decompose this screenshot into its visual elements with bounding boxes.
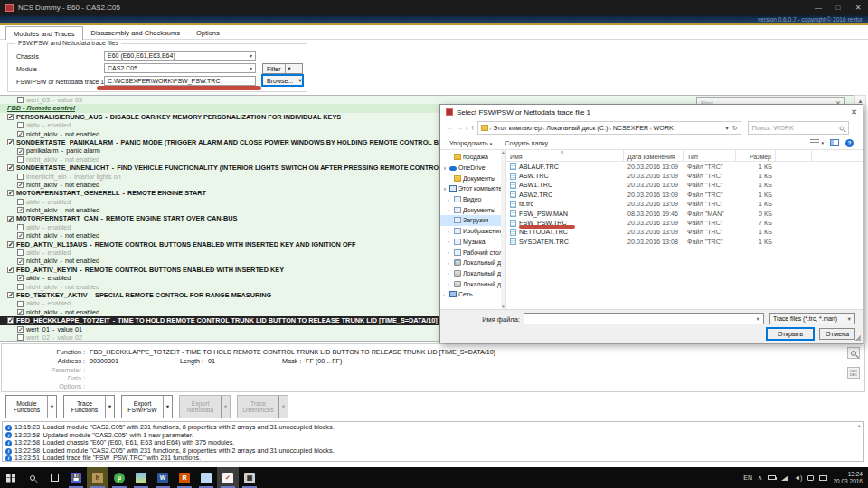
up-icon[interactable]: ↑ — [471, 124, 475, 132]
checkbox[interactable] — [7, 114, 14, 120]
battery-icon[interactable] — [768, 475, 776, 480]
hex-dec-toggle-button[interactable]: HEXDEC — [847, 367, 860, 379]
checkbox[interactable] — [17, 97, 24, 103]
checkbox[interactable] — [17, 224, 24, 230]
refresh-icon[interactable]: ↻ — [732, 125, 738, 132]
open-button[interactable]: Открыть — [767, 328, 814, 340]
close-button[interactable]: ✕ — [848, 0, 868, 15]
minimize-button[interactable]: — — [808, 0, 828, 15]
tab-modules-and-traces[interactable]: Modules and Traces — [5, 26, 83, 40]
view-options-button[interactable]: ▾ — [810, 139, 824, 146]
file-row[interactable]: NETTODAT.TRC20.03.2016 13:09Файл "TRC"1 … — [506, 228, 863, 237]
keyboard-icon[interactable] — [819, 475, 827, 481]
forward-icon[interactable]: → — [456, 124, 463, 132]
checkbox[interactable] — [17, 174, 24, 180]
checkbox[interactable] — [17, 326, 24, 333]
file-row[interactable]: SYSDATEN.TRC20.03.2016 13:08Файл "TRC"1 … — [506, 237, 863, 246]
sidebar-item-документы[interactable]: ›Документы — [440, 204, 505, 215]
help-icon[interactable]: ? — [845, 139, 854, 147]
breadcrumb-item[interactable]: Локальный диск (C:) — [546, 124, 608, 132]
sidebar-item-рабочий-стол[interactable]: ›Рабочий стол — [440, 247, 505, 258]
recent-folders-icon[interactable]: ▾ — [466, 126, 468, 131]
checkbox[interactable] — [7, 216, 14, 222]
filter-button[interactable]: Filter ▼ — [262, 63, 303, 74]
sidebar-item-музыка[interactable]: ›Музыка — [440, 237, 505, 248]
chevron-down-icon[interactable]: ▼ — [47, 396, 56, 418]
preview-pane-icon[interactable] — [830, 139, 839, 146]
tab-options[interactable]: Options — [188, 25, 228, 39]
checkbox[interactable] — [17, 258, 24, 265]
sidebar-item-этот-компьютер[interactable]: ∨Этот компьютер — [440, 183, 505, 194]
chevron-down-icon[interactable]: ▼ — [105, 396, 114, 418]
checkbox[interactable] — [17, 301, 24, 307]
breadcrumb[interactable]: › Этот компьютер › Локальный диск (C:) ›… — [477, 121, 741, 135]
checkbox[interactable] — [17, 249, 24, 256]
checkbox[interactable] — [17, 148, 24, 155]
checkbox[interactable] — [7, 190, 14, 196]
column-header-name[interactable]: Имя∧ — [506, 150, 624, 161]
scroll-up-icon[interactable]: ▲ — [857, 423, 862, 428]
trace-file-input[interactable]: C:\NCSEXPER\WORK\FSW_PSW.TRC — [104, 76, 256, 86]
file-row[interactable]: FSW_PSW.TRC20.03.2016 13:09Файл "TRC"7 К… — [506, 218, 863, 227]
tab-disassembly-and-checksums[interactable]: Disassembly and Checksums — [83, 25, 188, 39]
checkbox[interactable] — [7, 292, 14, 298]
expander-icon[interactable]: › — [443, 292, 449, 297]
sidebar-item-продажа[interactable]: продажа — [440, 152, 505, 163]
floppy-app-icon[interactable]: 💾 — [65, 467, 87, 488]
sidebar-item-локальный-дис[interactable]: ›Локальный дис — [440, 268, 505, 279]
sidebar-item-изображения[interactable]: ›Изображения — [440, 226, 505, 237]
expander-icon[interactable]: › — [448, 270, 454, 276]
volume-icon[interactable]: ◄) — [794, 474, 802, 481]
breadcrumb-item[interactable]: WORK — [654, 124, 674, 132]
breadcrumb-item[interactable]: Этот компьютер — [493, 124, 542, 132]
notes-app-icon[interactable] — [195, 467, 217, 488]
file-row[interactable]: ASW.TRC20.03.2016 13:09Файл "TRC"1 КБ — [506, 171, 863, 180]
filetype-select[interactable]: Trace files (*.trc, *.man) ▼ — [769, 313, 855, 324]
column-header-type[interactable]: Тип — [684, 150, 736, 161]
expander-icon[interactable]: › — [448, 260, 454, 266]
expander-icon[interactable]: ∨ — [443, 186, 449, 192]
expander-icon[interactable]: › — [448, 207, 454, 212]
back-icon[interactable]: ← — [446, 124, 453, 132]
sidebar-item-документы[interactable]: Документы — [440, 173, 505, 183]
expander-icon[interactable]: › — [448, 218, 454, 223]
chevron-down-icon[interactable]: ▼ — [285, 64, 294, 73]
expander-icon[interactable]: › — [448, 281, 454, 286]
sidebar-item-локальный-дис[interactable]: ›Локальный дис — [440, 258, 505, 268]
checkmark-app-icon[interactable]: ✓ — [217, 467, 239, 488]
chevron-down-icon[interactable]: ▼ — [297, 76, 302, 85]
language-indicator[interactable]: EN — [743, 474, 752, 481]
resize-grip[interactable] — [855, 335, 861, 341]
chevron-down-icon[interactable]: ▾ — [725, 125, 729, 132]
file-row[interactable]: ASW2.TRC20.03.2016 13:09Файл "TRC"1 КБ — [506, 190, 863, 199]
checkbox[interactable] — [17, 232, 24, 239]
calculator-app-icon[interactable]: ▦ — [239, 467, 260, 488]
ncs-dummy-app-icon[interactable]: h — [87, 467, 108, 488]
checkbox[interactable] — [7, 164, 14, 171]
file-row[interactable]: ASW1.TRC20.03.2016 13:09Файл "TRC"1 КБ — [506, 181, 863, 190]
checkbox[interactable] — [7, 317, 14, 324]
checkbox[interactable] — [17, 122, 24, 128]
column-header-date[interactable]: Дата изменения — [624, 150, 684, 161]
chevron-down-icon[interactable]: ▼ — [163, 396, 172, 418]
checkbox[interactable] — [17, 131, 24, 137]
expander-icon[interactable]: › — [448, 229, 454, 234]
expander-icon[interactable]: › — [448, 239, 454, 244]
expander-icon[interactable]: ∨ — [443, 165, 449, 171]
close-icon[interactable]: ✕ — [851, 108, 857, 117]
module-select[interactable]: CAS2.C05 ▾ — [104, 63, 256, 73]
expander-icon[interactable]: › — [448, 197, 454, 202]
browse-button[interactable]: Browse... ▼ — [262, 75, 303, 86]
image-viewer-app-icon[interactable] — [130, 467, 152, 488]
sidebar-item-загрузки[interactable]: ›Загрузки — [440, 215, 505, 226]
expander-icon[interactable]: › — [448, 249, 454, 255]
cancel-button[interactable]: Отмена — [819, 328, 855, 340]
registry-app-icon[interactable]: R — [174, 467, 195, 488]
start-icon[interactable] — [0, 467, 22, 488]
file-row[interactable]: fa.trc20.03.2016 13:09Файл "TRC"1 КБ — [506, 200, 863, 209]
file-row[interactable]: ABLAUF.TRC20.03.2016 13:09Файл "TRC"1 КБ — [506, 162, 863, 171]
checkbox[interactable] — [17, 156, 24, 163]
column-header-size[interactable]: Размер — [736, 150, 776, 161]
checkbox[interactable] — [17, 334, 24, 341]
search-icon[interactable] — [22, 467, 43, 488]
